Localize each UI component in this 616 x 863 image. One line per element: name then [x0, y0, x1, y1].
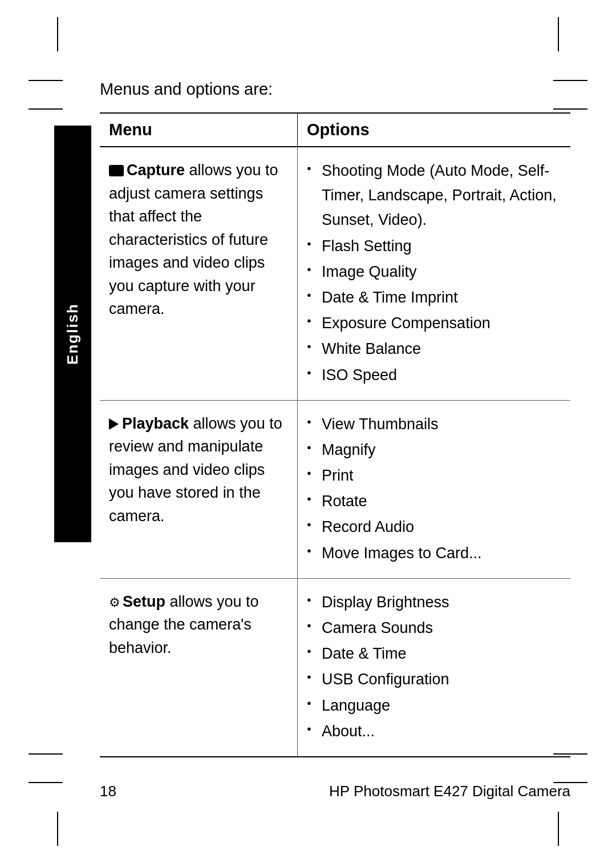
- list-item: ●Print: [307, 463, 561, 488]
- corner-mark-tl-h2: [29, 108, 63, 110]
- menu-options-table: Menu Options Capture allows you to adjus…: [100, 112, 570, 757]
- list-item: ●About...: [307, 719, 561, 744]
- bullet-icon: ●: [307, 264, 311, 276]
- list-item: ●Camera Sounds: [307, 616, 561, 640]
- cell-options-playback: ●View Thumbnails●Magnify●Print●Rotate●Re…: [298, 400, 571, 578]
- list-item: ●Display Brightness: [307, 590, 561, 615]
- bullet-icon: ●: [307, 341, 311, 353]
- bullet-icon: ●: [307, 620, 311, 632]
- corner-mark-top-left-v: [57, 17, 58, 51]
- list-item: ●Language: [307, 693, 561, 718]
- bullet-icon: ●: [307, 545, 311, 557]
- main-content: Menus and options are: Menu Options Capt…: [100, 80, 570, 757]
- bullet-icon: ●: [307, 163, 311, 175]
- bullet-icon: ●: [307, 367, 311, 379]
- bullet-icon: ●: [307, 238, 311, 250]
- cell-menu-capture: Capture allows you to adjust camera sett…: [100, 147, 298, 400]
- corner-mark-bl-h2: [29, 753, 63, 755]
- playback-icon: [109, 418, 119, 430]
- table-row: ⚙Setup allows you to change the camera's…: [100, 578, 570, 757]
- list-item: ●Exposure Compensation: [307, 311, 561, 336]
- cell-menu-playback: Playback allows you to review and manipu…: [100, 400, 298, 578]
- corner-mark-top-right-v: [558, 17, 559, 51]
- table-row: Capture allows you to adjust camera sett…: [100, 147, 570, 400]
- options-list-capture: ●Shooting Mode (Auto Mode, Self-Timer, L…: [307, 159, 561, 388]
- bullet-icon: ●: [307, 671, 311, 683]
- bullet-icon: ●: [307, 289, 311, 301]
- options-list-playback: ●View Thumbnails●Magnify●Print●Rotate●Re…: [307, 412, 561, 566]
- bullet-icon: ●: [307, 723, 311, 735]
- bullet-icon: ●: [307, 519, 311, 531]
- list-item: ●Record Audio: [307, 515, 561, 539]
- setup-icon: ⚙: [109, 593, 120, 612]
- cell-options-capture: ●Shooting Mode (Auto Mode, Self-Timer, L…: [298, 147, 571, 400]
- bullet-icon: ●: [307, 646, 311, 658]
- cell-menu-setup: ⚙Setup allows you to change the camera's…: [100, 578, 298, 757]
- bullet-icon: ●: [307, 315, 311, 327]
- menu-text-capture: allows you to adjust camera settings tha…: [109, 162, 278, 317]
- language-sidebar: English: [54, 126, 91, 542]
- camera-icon: [109, 165, 124, 176]
- table-header-menu: Menu: [100, 113, 298, 147]
- list-item: ●Move Images to Card...: [307, 541, 561, 566]
- bullet-icon: ●: [307, 416, 311, 428]
- table-row: Playback allows you to review and manipu…: [100, 400, 570, 578]
- corner-mark-bottom-right-v: [558, 812, 559, 846]
- list-item: ●White Balance: [307, 337, 561, 361]
- bullet-icon: ●: [307, 594, 311, 606]
- options-list-setup: ●Display Brightness●Camera Sounds●Date &…: [307, 590, 561, 744]
- list-item: ●USB Configuration: [307, 667, 561, 692]
- menu-bold-playback: Playback: [122, 415, 189, 432]
- page-number: 18: [100, 783, 116, 800]
- sidebar-language-label: English: [64, 303, 82, 365]
- list-item: ●Shooting Mode (Auto Mode, Self-Timer, L…: [307, 159, 561, 233]
- corner-mark-tl-h1: [29, 80, 63, 81]
- list-item: ●Flash Setting: [307, 234, 561, 259]
- list-item: ●Rotate: [307, 489, 561, 514]
- corner-mark-bottom-left-v: [57, 812, 58, 846]
- list-item: ●Image Quality: [307, 260, 561, 284]
- list-item: ●Date & Time Imprint: [307, 285, 561, 310]
- bullet-icon: ●: [307, 493, 311, 505]
- bullet-icon: ●: [307, 467, 311, 479]
- bullet-icon: ●: [307, 442, 311, 454]
- menu-bold-capture: Capture: [127, 162, 185, 179]
- list-item: ●ISO Speed: [307, 363, 561, 388]
- corner-mark-bl-h1: [29, 782, 63, 783]
- list-item: ●Magnify: [307, 438, 561, 462]
- product-name: HP Photosmart E427 Digital Camera: [329, 783, 570, 800]
- menu-bold-setup: Setup: [123, 593, 165, 610]
- table-header-options: Options: [298, 113, 571, 147]
- list-item: ●Date & Time: [307, 642, 561, 666]
- list-item: ●View Thumbnails: [307, 412, 561, 437]
- page-intro: Menus and options are:: [100, 80, 570, 99]
- page-footer: 18 HP Photosmart E427 Digital Camera: [100, 783, 570, 800]
- bullet-icon: ●: [307, 697, 311, 709]
- cell-options-setup: ●Display Brightness●Camera Sounds●Date &…: [298, 578, 571, 757]
